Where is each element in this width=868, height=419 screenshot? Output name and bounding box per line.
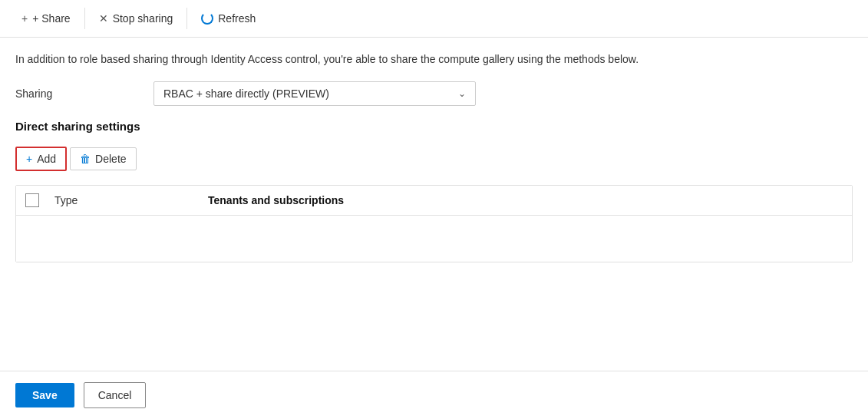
- toolbar: + + Share ✕ Stop sharing Refresh: [0, 0, 868, 38]
- stop-sharing-label: Stop sharing: [113, 12, 173, 25]
- refresh-icon: [201, 12, 213, 25]
- section-title: Direct sharing settings: [15, 120, 853, 133]
- table-header: Type Tenants and subscriptions: [16, 186, 852, 216]
- save-button[interactable]: Save: [15, 383, 74, 407]
- info-text: In addition to role based sharing throug…: [15, 51, 853, 68]
- share-label: + Share: [32, 12, 70, 25]
- toolbar-divider-1: [84, 8, 85, 29]
- sharing-selected-value: RBAC + share directly (PREVIEW): [163, 87, 329, 100]
- table-body: [16, 216, 852, 262]
- direct-sharing-section: Direct sharing settings: [15, 120, 853, 133]
- refresh-button[interactable]: Refresh: [193, 8, 263, 29]
- add-label: Add: [37, 153, 56, 165]
- cancel-button[interactable]: Cancel: [84, 382, 147, 408]
- sharing-row: Sharing RBAC + share directly (PREVIEW) …: [15, 81, 853, 106]
- select-all-checkbox[interactable]: [25, 193, 39, 207]
- sharing-select[interactable]: RBAC + share directly (PREVIEW) ⌄: [153, 81, 476, 106]
- delete-label: Delete: [95, 153, 126, 165]
- refresh-label: Refresh: [218, 12, 256, 25]
- action-bar: + Add 🗑 Delete: [15, 147, 853, 171]
- footer: Save Cancel: [0, 371, 868, 419]
- add-button[interactable]: + Add: [15, 147, 67, 171]
- delete-button[interactable]: 🗑 Delete: [70, 147, 136, 170]
- plus-icon: +: [21, 12, 28, 25]
- chevron-down-icon: ⌄: [458, 88, 466, 99]
- add-plus-icon: +: [26, 153, 32, 165]
- stop-sharing-button[interactable]: ✕ Stop sharing: [91, 8, 181, 29]
- toolbar-divider-2: [186, 8, 187, 29]
- close-icon: ✕: [99, 12, 108, 25]
- share-button[interactable]: + + Share: [14, 8, 78, 29]
- trash-icon: 🗑: [80, 153, 91, 165]
- table-container: Type Tenants and subscriptions: [15, 185, 853, 262]
- col-tenants-header: Tenants and subscriptions: [208, 194, 344, 206]
- main-content: In addition to role based sharing throug…: [0, 38, 868, 371]
- sharing-label: Sharing: [15, 87, 153, 100]
- col-type-header: Type: [54, 194, 193, 206]
